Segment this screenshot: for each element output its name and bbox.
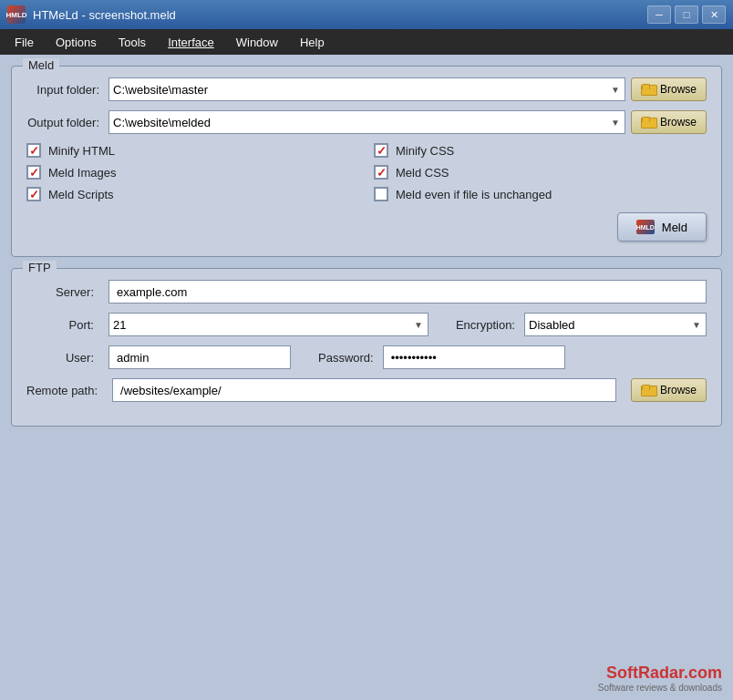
checkbox-meld-css[interactable]: Meld CSS bbox=[374, 165, 707, 180]
ftp-remote-path-input[interactable] bbox=[112, 378, 616, 402]
checkbox-meld-unchanged-box[interactable] bbox=[374, 187, 388, 201]
menu-tools[interactable]: Tools bbox=[108, 32, 157, 53]
ftp-server-label: Server: bbox=[26, 285, 99, 299]
checkbox-minify-css-box[interactable] bbox=[374, 143, 388, 158]
ftp-encryption-label: Encryption: bbox=[456, 318, 515, 332]
menu-window[interactable]: Window bbox=[225, 32, 289, 53]
maximize-button[interactable]: □ bbox=[675, 5, 698, 24]
title-bar-left: HMLD HTMeLd - screenshot.meld bbox=[7, 5, 176, 24]
output-folder-browse-button[interactable]: Browse bbox=[631, 110, 707, 134]
ftp-user-label: User: bbox=[26, 351, 99, 365]
output-folder-row: Output folder: C:\website\melded Browse bbox=[26, 110, 707, 134]
ftp-encryption-wrapper[interactable]: Disabled SSL TLS bbox=[524, 313, 707, 336]
minimize-button[interactable]: ─ bbox=[647, 5, 671, 24]
checkbox-meld-scripts-label: Meld Scripts bbox=[48, 188, 114, 201]
output-folder-label: Output folder: bbox=[26, 116, 108, 129]
output-folder-combo: C:\website\melded Browse bbox=[108, 110, 707, 134]
menu-bar: File Options Tools Interface Window Help bbox=[0, 29, 733, 55]
ftp-password-input[interactable] bbox=[383, 345, 565, 369]
ftp-port-label: Port: bbox=[26, 318, 99, 332]
output-folder-select[interactable]: C:\website\melded bbox=[108, 110, 625, 134]
watermark-sub: Software reviews & downloads bbox=[598, 683, 722, 693]
input-folder-label: Input folder: bbox=[26, 83, 108, 97]
checkbox-minify-html-label: Minify HTML bbox=[48, 144, 115, 158]
ftp-remote-path-browse-button[interactable]: Browse bbox=[631, 378, 707, 402]
checkbox-meld-scripts[interactable]: Meld Scripts bbox=[26, 187, 359, 201]
folder-icon-3 bbox=[641, 385, 656, 396]
window-title: HTMeLd - screenshot.meld bbox=[33, 8, 176, 22]
folder-icon bbox=[641, 84, 656, 96]
checkbox-meld-images-box[interactable] bbox=[26, 165, 41, 180]
input-folder-select[interactable]: C:\website\master bbox=[108, 77, 625, 101]
watermark: SoftRadar.com Software reviews & downloa… bbox=[598, 664, 722, 693]
app-icon: HMLD bbox=[7, 5, 26, 24]
menu-options[interactable]: Options bbox=[45, 32, 108, 53]
ftp-port-select[interactable]: 21 22 80 443 bbox=[108, 313, 428, 336]
ftp-remote-path-label: Remote path: bbox=[26, 384, 103, 397]
ftp-server-row: Server: bbox=[26, 280, 707, 304]
checkbox-minify-css-label: Minify CSS bbox=[396, 144, 454, 158]
ftp-password-inline: Password: bbox=[318, 345, 565, 369]
ftp-user-input[interactable] bbox=[108, 345, 291, 369]
checkbox-meld-css-box[interactable] bbox=[374, 165, 388, 180]
ftp-password-label: Password: bbox=[318, 351, 374, 365]
input-folder-combo: C:\website\master Browse bbox=[108, 77, 707, 101]
folder-icon-2 bbox=[641, 117, 656, 129]
ftp-remote-path-row: Remote path: Browse bbox=[26, 378, 707, 402]
checkbox-meld-images-label: Meld Images bbox=[48, 166, 116, 180]
checkbox-minify-html[interactable]: Minify HTML bbox=[26, 143, 359, 158]
ftp-encryption-select[interactable]: Disabled SSL TLS bbox=[524, 313, 707, 336]
ftp-port-row: Port: 21 22 80 443 Encryption: Disabled … bbox=[26, 313, 707, 336]
menu-help[interactable]: Help bbox=[289, 32, 336, 53]
ftp-encryption-inline: Encryption: Disabled SSL TLS bbox=[456, 313, 707, 336]
ftp-group-label: FTP bbox=[23, 261, 57, 274]
meld-group-label: Meld bbox=[23, 58, 59, 72]
ftp-user-row: User: Password: bbox=[26, 345, 707, 369]
window-controls: ─ □ ✕ bbox=[647, 5, 726, 24]
ftp-group: FTP Server: Port: 21 22 80 443 Encryptio… bbox=[11, 268, 722, 427]
checkbox-meld-css-label: Meld CSS bbox=[396, 166, 449, 180]
output-folder-wrapper[interactable]: C:\website\melded bbox=[108, 110, 625, 134]
checkbox-minify-css[interactable]: Minify CSS bbox=[374, 143, 707, 158]
close-button[interactable]: ✕ bbox=[702, 5, 726, 24]
meld-button-row: HMLD Meld bbox=[26, 212, 707, 242]
checkbox-grid: Minify HTML Minify CSS Meld Images Meld … bbox=[26, 143, 707, 201]
meld-group: Meld Input folder: C:\website\master Bro… bbox=[11, 66, 722, 257]
checkbox-meld-images[interactable]: Meld Images bbox=[26, 165, 359, 180]
checkbox-minify-html-box[interactable] bbox=[26, 143, 41, 158]
checkbox-meld-scripts-box[interactable] bbox=[26, 187, 41, 201]
title-bar: HMLD HTMeLd - screenshot.meld ─ □ ✕ bbox=[0, 0, 733, 29]
watermark-name: SoftRadar.com bbox=[598, 664, 722, 683]
input-folder-browse-button[interactable]: Browse bbox=[631, 77, 707, 101]
input-folder-wrapper[interactable]: C:\website\master bbox=[108, 77, 625, 101]
ftp-port-wrapper[interactable]: 21 22 80 443 bbox=[108, 313, 428, 336]
checkbox-meld-unchanged[interactable]: Meld even if file is unchanged bbox=[374, 187, 707, 201]
ftp-server-input[interactable] bbox=[108, 280, 707, 304]
meld-logo: HMLD bbox=[636, 220, 655, 234]
meld-button[interactable]: HMLD Meld bbox=[617, 212, 707, 242]
input-folder-row: Input folder: C:\website\master Browse bbox=[26, 77, 707, 101]
main-content: Meld Input folder: C:\website\master Bro… bbox=[0, 55, 733, 700]
menu-interface[interactable]: Interface bbox=[157, 32, 225, 53]
checkbox-meld-unchanged-label: Meld even if file is unchanged bbox=[396, 188, 552, 201]
menu-file[interactable]: File bbox=[4, 32, 45, 53]
